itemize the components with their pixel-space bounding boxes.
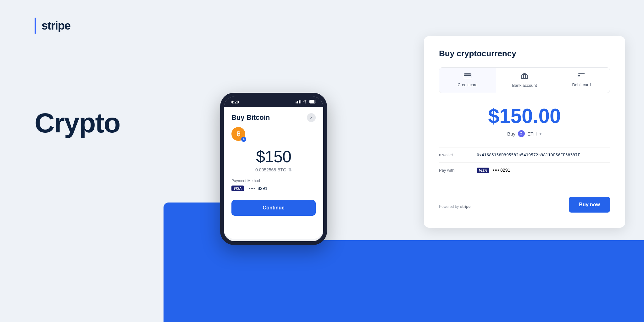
tab-bank-account[interactable]: Bank account: [496, 68, 553, 93]
bitcoin-coin-icon: ₿ +: [231, 127, 245, 141]
phone-title: Buy Bitcoin: [231, 114, 270, 122]
signal-icon: [296, 100, 301, 104]
payment-method-label: Payment Method: [231, 179, 316, 183]
card-bottom-row: Powered by stripe Buy now: [439, 184, 610, 213]
svg-rect-16: [310, 100, 314, 103]
credit-card-label: Credit card: [458, 82, 478, 87]
btc-amount-row: 0.0052568 BTC ⇅: [231, 167, 316, 172]
eth-coin-icon: Ξ: [518, 130, 525, 137]
buy-label: Buy: [507, 131, 515, 136]
page-title: Crypto: [35, 107, 120, 139]
wallet-label: n wallet: [439, 153, 477, 157]
card-dots: ••••: [493, 168, 501, 173]
wallet-address: 0x41685158D395532a5419572b9811DF56EF5833…: [477, 153, 610, 157]
svg-rect-1: [464, 75, 471, 76]
visa-badge: VISA: [231, 186, 244, 191]
card-last4-mobile: 8291: [258, 186, 267, 191]
crypto-label: ETH: [527, 131, 537, 136]
phone-header: Buy Bitcoin ×: [231, 113, 316, 122]
svg-rect-6: [527, 75, 528, 78]
blue-shape-right: [245, 240, 644, 322]
powered-by-text: Powered by: [439, 204, 459, 209]
pay-with-label: Pay with: [439, 168, 477, 173]
bank-account-label: Bank account: [512, 83, 537, 88]
status-icons: [296, 100, 316, 104]
stripe-logo: stripe: [35, 18, 70, 34]
visa-badge-desktop: VISA •••• 8291: [477, 168, 510, 173]
tab-debit-card[interactable]: Debit card: [553, 68, 610, 93]
phone-screen: 4:20: [224, 97, 323, 241]
bank-icon: [521, 73, 528, 80]
tab-credit-card[interactable]: Credit card: [439, 68, 496, 93]
svg-point-14: [305, 103, 306, 103]
svg-marker-2: [521, 73, 528, 75]
powered-by-stripe: stripe: [460, 204, 470, 209]
close-button[interactable]: ×: [307, 113, 316, 122]
card-title: Buy cryptocurrency: [439, 49, 610, 58]
svg-rect-7: [521, 78, 528, 79]
svg-rect-10: [296, 102, 297, 103]
svg-rect-9: [578, 75, 580, 76]
btc-amount-text: 0.0052568 BTC: [255, 167, 286, 172]
payment-methods-tabs: Credit card Bank account: [439, 67, 610, 93]
debit-card-label: Debit card: [572, 82, 591, 87]
wallet-row: n wallet 0x41685158D395532a5419572b9811D…: [439, 147, 610, 162]
buy-eth-row: Buy Ξ ETH ▾: [439, 130, 610, 137]
chevron-down-icon: ▾: [539, 131, 542, 136]
plus-badge-icon: +: [241, 137, 246, 142]
mobile-amount: $150: [231, 147, 316, 166]
pay-with-row: Pay with VISA •••• 8291: [439, 162, 610, 178]
visa-logo: VISA: [477, 168, 489, 173]
svg-rect-3: [521, 75, 522, 78]
amount-display: $150.00: [439, 104, 610, 128]
svg-rect-12: [299, 100, 300, 103]
logo-text: stripe: [42, 19, 70, 32]
debit-card-icon: [578, 73, 585, 80]
bitcoin-symbol: ₿: [237, 130, 240, 138]
card-last4: 8291: [500, 168, 510, 173]
logo-bar: [35, 18, 36, 34]
continue-button[interactable]: Continue: [231, 200, 316, 216]
close-icon: ×: [310, 115, 313, 120]
card-dots-mobile: ••••: [249, 186, 255, 191]
battery-icon: [309, 100, 316, 104]
desktop-card: Buy cryptocurrency Credit card: [424, 36, 625, 228]
svg-rect-11: [297, 101, 298, 103]
credit-card-icon: [464, 73, 471, 80]
bitcoin-icon-row: ₿ +: [231, 127, 316, 141]
phone-content: Buy Bitcoin × ₿ + $150 0.0052568 BTC ⇅: [224, 107, 323, 239]
spinner-icon: ⇅: [288, 167, 292, 172]
status-bar: 4:20: [224, 97, 323, 107]
wifi-icon: [303, 100, 308, 104]
svg-rect-13: [300, 100, 301, 103]
svg-rect-4: [523, 75, 524, 78]
powered-by: Powered by stripe: [439, 204, 470, 209]
status-time: 4:20: [231, 100, 239, 104]
visa-row: VISA •••• 8291: [231, 186, 316, 191]
phone-mockup: 4:20: [220, 93, 327, 245]
buy-now-button[interactable]: Buy now: [569, 197, 610, 213]
svg-rect-5: [525, 75, 526, 78]
